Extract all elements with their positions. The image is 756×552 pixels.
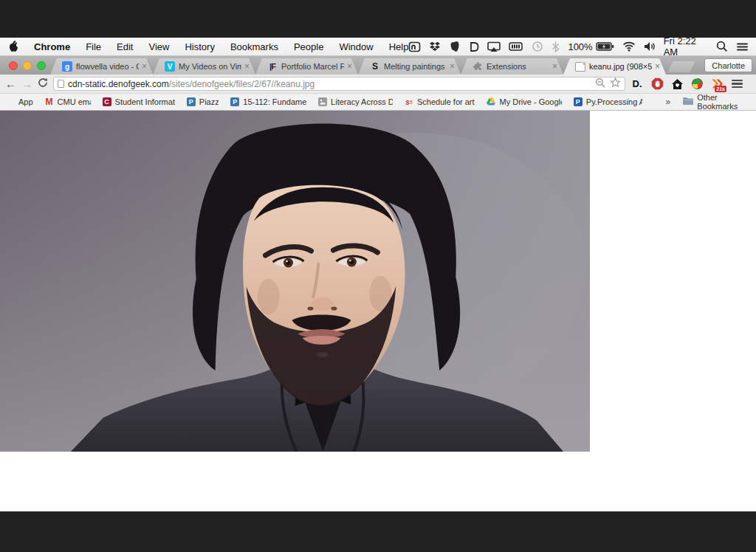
window-controls [9, 61, 46, 70]
back-button[interactable]: ← [5, 78, 16, 89]
airplay-icon[interactable] [487, 40, 501, 53]
tab-strip: g flowvella video - Googl × V My Videos … [0, 56, 756, 75]
page-content [0, 111, 756, 511]
bookmark-my-drive[interactable]: My Drive - Google D [487, 97, 561, 106]
color-ball-extension-icon[interactable] [690, 77, 704, 91]
battery-meter-icon[interactable] [509, 40, 523, 53]
squarespace-favicon: S [370, 61, 380, 72]
image-doc-icon [318, 97, 327, 106]
puzzle-favicon [472, 61, 483, 72]
menu-help[interactable]: Help [389, 41, 409, 52]
close-window-button[interactable] [9, 61, 18, 70]
tab-close-icon[interactable]: × [450, 61, 455, 72]
minimize-window-button[interactable] [23, 61, 32, 70]
menu-window[interactable]: Window [339, 41, 373, 52]
tab-close-icon[interactable]: × [552, 61, 557, 72]
menu-bookmarks[interactable]: Bookmarks [230, 41, 278, 52]
keanu-image[interactable] [0, 111, 590, 452]
url-path: /sites/denofgeek/files/2/67//keanu.jpg [169, 79, 315, 89]
tab-keanu-jpg-active[interactable]: keanu.jpg (908×525) × [563, 58, 666, 75]
desktop-background-top [0, 0, 756, 38]
tab-flowvella-video[interactable]: g flowvella video - Googl × [50, 58, 153, 75]
vimeo-favicon: V [165, 61, 175, 72]
bookmark-star-icon[interactable] [610, 77, 621, 91]
tab-close-icon[interactable]: × [347, 61, 352, 72]
profile-button[interactable]: Charlotte [704, 58, 752, 72]
new-tab-button[interactable] [668, 61, 695, 72]
reload-button[interactable] [38, 77, 48, 90]
menu-bar-clock[interactable]: Fri 2:22 AM [664, 35, 708, 58]
notification-center-icon[interactable] [736, 40, 749, 53]
tab-extensions[interactable]: Extensions × [461, 58, 563, 75]
evernote-icon[interactable] [449, 40, 461, 53]
cmu-icon: C [103, 97, 111, 106]
address-bar[interactable]: cdn-static.denofgeek.com/sites/denofgeek… [53, 77, 625, 91]
bookmark-cmu-email[interactable]: M CMU email [45, 97, 91, 106]
portfolio-favicon: |F [267, 61, 278, 72]
chrome-window: g flowvella video - Googl × V My Videos … [0, 56, 756, 511]
home-heart-extension-icon[interactable] [670, 77, 684, 91]
wifi-icon[interactable] [622, 40, 636, 53]
menu-file[interactable]: File [86, 41, 101, 52]
artfab-icon: s5 [405, 97, 413, 106]
focus-timer-extension-icon[interactable]: 21s [710, 77, 724, 91]
google-drive-icon [487, 97, 495, 106]
bookmarks-bar: Apps M CMU email C Student Information P… [0, 94, 756, 111]
tab-close-icon[interactable]: × [244, 61, 250, 72]
duet-icon[interactable] [469, 40, 479, 53]
other-bookmarks-button[interactable]: Other Bookmarks [682, 93, 750, 111]
folder-icon [682, 97, 693, 107]
tab-close-icon[interactable]: × [655, 61, 660, 72]
menu-edit[interactable]: Edit [117, 41, 133, 52]
tab-vimeo-videos[interactable]: V My Videos on Vimeo × [153, 58, 255, 75]
tab-close-icon[interactable]: × [142, 61, 147, 72]
processing-icon: P [574, 97, 583, 106]
page-icon[interactable] [58, 80, 64, 88]
active-app-name[interactable]: Chrome [34, 41, 70, 52]
bookmark-schedule-artfab[interactable]: s5 Schedule for artfab [405, 97, 475, 106]
battery-charging-icon[interactable] [596, 40, 614, 53]
zoom-window-button[interactable] [37, 61, 46, 70]
gmail-icon: M [45, 97, 54, 106]
browser-toolbar: ← → cdn-static.denofgeek.com/sites/denof… [0, 75, 756, 94]
tab-melting-paintings[interactable]: S Melting paintings • Pers × [358, 58, 461, 75]
url-host: cdn-static.denofgeek.com [68, 79, 169, 89]
tab-portfolio-marcel-fraij[interactable]: |F Portfolio Marcel Fraij - S × [255, 58, 358, 75]
piazza-icon: P [187, 97, 196, 106]
bluetooth-icon[interactable] [551, 40, 560, 53]
spotlight-icon[interactable] [716, 40, 728, 53]
bookmark-student-information[interactable]: C Student Information [103, 97, 175, 106]
volume-icon[interactable] [644, 40, 656, 53]
bookmark-literacy-across[interactable]: Literacy Across Disc [318, 97, 393, 106]
apple-menu-icon[interactable] [7, 40, 18, 53]
image-page-favicon [575, 62, 585, 72]
menu-people[interactable]: People [294, 41, 323, 52]
bookmarks-overflow-chevron[interactable]: » [666, 97, 671, 107]
macos-menu-bar: Chrome File Edit View History Bookmarks … [0, 38, 756, 56]
dropbox-icon[interactable] [429, 40, 441, 53]
piazza-icon: P [230, 97, 239, 106]
screen: Chrome File Edit View History Bookmarks … [0, 0, 756, 552]
apps-grid-icon [6, 98, 15, 106]
menu-history[interactable]: History [185, 41, 214, 52]
bookmark-piazza[interactable]: P Piazza [187, 97, 219, 106]
window-manager-icon[interactable] [408, 40, 421, 53]
time-machine-icon[interactable] [532, 40, 543, 53]
timer-badge: 21s [715, 86, 726, 92]
battery-percent: 100% [568, 41, 592, 52]
forward-button[interactable]: → [21, 78, 32, 89]
bookmark-py-processing[interactable]: P Py.Processing API [574, 97, 642, 106]
url-text[interactable]: cdn-static.denofgeek.com/sites/denofgeek… [68, 79, 315, 89]
google-favicon: g [62, 61, 72, 72]
desktop-background-bottom [0, 512, 756, 552]
zoom-icon[interactable] [595, 77, 605, 91]
extension-d-icon[interactable]: D. [630, 77, 644, 91]
extension-icons: D. 21s [630, 77, 743, 91]
menu-view[interactable]: View [148, 41, 169, 52]
chrome-menu-icon[interactable] [730, 77, 743, 91]
bookmark-15-112[interactable]: P 15-112: Fundamenta [230, 97, 306, 106]
bookmark-apps[interactable]: Apps [6, 97, 33, 106]
stop-hand-extension-icon[interactable] [650, 77, 664, 91]
